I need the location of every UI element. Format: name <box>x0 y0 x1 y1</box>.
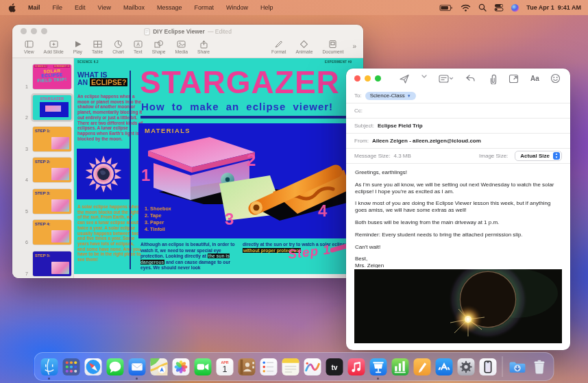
siri-icon[interactable] <box>511 4 519 12</box>
slide-thumbnail-3[interactable]: STEP 1: <box>31 125 73 153</box>
slide-number: 3 <box>22 147 28 151</box>
format-text-icon[interactable]: Aa <box>525 75 545 82</box>
dock-freeform-icon[interactable] <box>303 357 322 376</box>
menu-help[interactable]: Help <box>254 4 280 11</box>
reply-arrow-icon[interactable] <box>459 73 481 84</box>
slide-canvas[interactable]: SCIENCE 6.2 EXPERIMENT #9 WHAT IS AN ECL… <box>74 58 363 274</box>
slide-thumbnail-4[interactable]: STEP 2: <box>31 156 73 184</box>
toolbar-document-button[interactable]: Document <box>317 38 348 54</box>
attach-icon[interactable] <box>481 73 503 84</box>
toolbar-shape-button[interactable]: Shape <box>147 38 171 54</box>
dock-calendar-icon[interactable]: APR1 <box>215 357 234 376</box>
menu-file[interactable]: File <box>47 4 69 11</box>
zoom-button[interactable] <box>375 75 381 82</box>
to-field[interactable]: To: Science-Class▼ <box>346 88 570 103</box>
toolbar-format-button[interactable]: Format <box>267 38 291 54</box>
thumbnail-illustration <box>51 168 69 180</box>
dock-keynote-icon[interactable] <box>369 357 388 376</box>
menu-format[interactable]: Format <box>188 4 220 11</box>
apple-menu-icon[interactable] <box>7 3 16 12</box>
message-body[interactable]: Greetings, earthlings!As I'm sure you al… <box>346 164 570 268</box>
dock-iphone-mirroring-icon[interactable] <box>478 357 498 376</box>
slide-thumbnail-1[interactable]: SCIENCE 6.2EXPERIMENT #9SOLARECLIPSEFIEL… <box>31 62 73 91</box>
toolbar-share-button[interactable]: Share <box>193 38 215 54</box>
insert-image-icon[interactable] <box>503 73 525 84</box>
menu-message[interactable]: Message <box>151 4 188 11</box>
battery-icon[interactable] <box>439 3 453 12</box>
slide-thumbnail-5[interactable]: STEP 3: <box>31 187 73 216</box>
dock-appstore-icon[interactable] <box>434 357 454 376</box>
thumbnail-step-label: STEP 4: <box>35 222 71 226</box>
send-icon[interactable] <box>393 73 415 84</box>
dock-appletv-icon[interactable]: tv <box>325 357 344 376</box>
toolbar-add-slide-button[interactable]: Add Slide <box>39 38 69 54</box>
desktop: MailFileEditViewMailboxMessageFormatWind… <box>0 0 588 383</box>
minimize-button[interactable] <box>31 28 37 34</box>
toolbar-media-button[interactable]: Media <box>170 38 193 54</box>
close-button[interactable] <box>354 75 360 82</box>
dock-downloads-icon[interactable] <box>508 357 527 376</box>
edited-label: — Edited <box>208 28 232 35</box>
dock-mail-icon[interactable] <box>127 357 147 376</box>
menu-edit[interactable]: Edit <box>69 4 92 11</box>
keynote-titlebar[interactable]: DIY Eclipse Viewer — Edited <box>12 25 363 38</box>
dock-maps-icon[interactable] <box>149 357 169 376</box>
toolbar-animate-button[interactable]: Animate <box>291 38 318 54</box>
search-icon[interactable] <box>478 3 487 12</box>
dock-numbers-icon[interactable] <box>391 357 410 376</box>
toolbar-chart-button[interactable]: Chart <box>108 38 129 54</box>
slide-number: 6 <box>22 240 28 245</box>
dock-messages-icon[interactable] <box>106 357 125 376</box>
dock-reminders-icon[interactable] <box>259 357 278 376</box>
thumbnail-chip-left: SCIENCE 6.2 <box>34 65 47 68</box>
menu-mail[interactable]: Mail <box>22 4 47 11</box>
recipient-token[interactable]: Science-Class▼ <box>365 92 416 100</box>
slide-thumbnail-6[interactable]: STEP 4: <box>31 218 73 247</box>
slide-subtitle: How to make an eclipse viewer! <box>141 101 333 112</box>
toolbar-view-button[interactable]: View <box>19 38 39 54</box>
dock-contacts-icon[interactable] <box>237 357 256 376</box>
dock-safari-icon[interactable] <box>84 357 103 376</box>
toolbar-table-button[interactable]: Table <box>87 38 108 54</box>
menu-bar-clock[interactable]: Tue Apr 1 9:41 AM <box>526 4 581 11</box>
toolbar-label: Media <box>175 49 188 54</box>
thumbnail-title-text: SOLARECLIPSEFIELD TRIP! <box>33 69 71 83</box>
zoom-button[interactable] <box>41 28 47 34</box>
cc-field[interactable]: Cc: <box>346 103 570 119</box>
menu-mailbox[interactable]: Mailbox <box>117 4 151 11</box>
thumbnail-illustration <box>51 230 69 243</box>
more-icon[interactable]: » <box>567 75 570 83</box>
image-size-select[interactable]: Actual Size ▲▼ <box>515 151 562 161</box>
body-paragraph: Best, Mrs. Zeigen <box>355 256 561 268</box>
header-fields-icon[interactable] <box>433 73 459 84</box>
science-label: SCIENCE 6.2 <box>77 60 99 64</box>
eclipse-photo-attachment[interactable] <box>354 269 562 343</box>
dock-settings-icon[interactable] <box>456 357 476 376</box>
dock-trash-icon[interactable] <box>530 357 549 376</box>
dock-pages-icon[interactable] <box>413 357 432 376</box>
toolbar-text-button[interactable]: AText <box>129 38 147 54</box>
toolbar-more-button[interactable]: » <box>352 38 356 50</box>
dock-notes-icon[interactable] <box>281 357 300 376</box>
dock-finder-icon[interactable] <box>40 357 59 376</box>
toolbar-label: Animate <box>296 49 313 54</box>
send-options-chevron-icon[interactable] <box>415 73 433 84</box>
control-center-icon[interactable] <box>494 3 504 12</box>
minimize-button[interactable] <box>365 75 371 82</box>
close-button[interactable] <box>21 28 27 34</box>
slide-thumbnail-2[interactable]: STARGAZER <box>31 93 73 122</box>
dock-facetime-icon[interactable] <box>193 357 212 376</box>
text-icon: A <box>134 40 143 49</box>
dock-launchpad-icon[interactable] <box>62 357 81 376</box>
wifi-icon[interactable] <box>461 4 471 12</box>
from-field[interactable]: From: Aileen Zeigen - aileen.zeigen@iclo… <box>346 134 570 149</box>
dock-photos-icon[interactable] <box>171 357 191 376</box>
emoji-icon[interactable] <box>545 73 567 84</box>
menu-window[interactable]: Window <box>220 4 254 11</box>
dock-music-icon[interactable] <box>347 357 366 376</box>
menu-view[interactable]: View <box>92 4 117 11</box>
mail-toolbar[interactable]: Aa» <box>346 69 570 88</box>
slide-thumbnail-7[interactable]: STEP 5: <box>31 249 73 278</box>
subject-field[interactable]: Subject: Eclipse Field Trip <box>346 119 570 134</box>
toolbar-play-button[interactable]: Play <box>69 38 87 54</box>
